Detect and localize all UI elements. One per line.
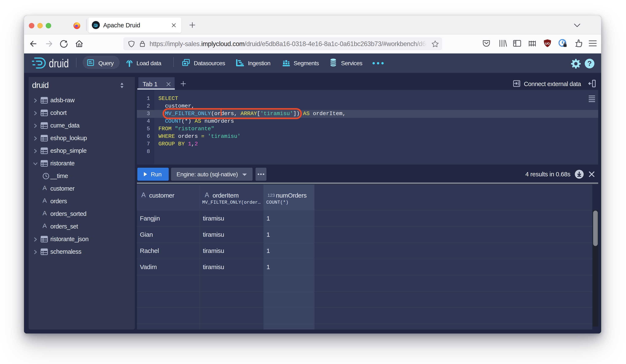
svg-text:UO: UO	[545, 42, 550, 45]
